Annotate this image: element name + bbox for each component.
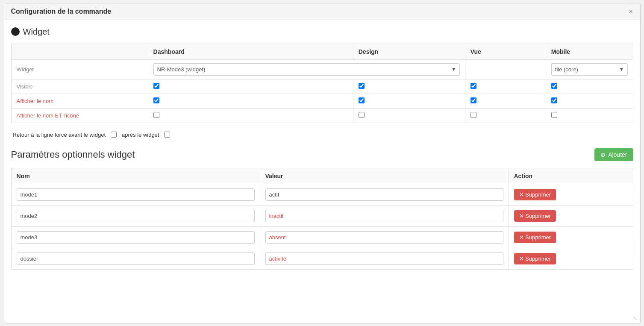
table-row: ✕ Supprimer [11, 226, 633, 248]
param-valeur-input[interactable] [265, 188, 503, 201]
params-table: Nom Valeur Action ✕ Supprimer ✕ Supprime… [11, 168, 633, 270]
afficher-icone-design-checkbox[interactable] [359, 112, 365, 118]
param-nom-input[interactable] [17, 231, 255, 244]
optional-section-title: Paramètres optionnels widget [11, 149, 135, 160]
resize-handle-icon[interactable]: ⤡ [633, 316, 638, 321]
col-header-vue: Vue [465, 44, 546, 59]
afficher-icone-vue-cell [465, 108, 546, 123]
widget-section-title: Widget [11, 27, 633, 37]
modal-title: Configuration de la commande [11, 8, 112, 15]
widget-vue-cell [465, 59, 546, 79]
param-nom-input[interactable] [17, 210, 255, 222]
table-row: ✕ Supprimer [11, 248, 633, 269]
force-line-section: Retour à la ligne forcé avant le widget … [11, 132, 633, 138]
table-row: Widget NR-Mode3 (widget) ▼ [11, 59, 633, 79]
delete-param-button[interactable]: ✕ Supprimer [514, 210, 556, 222]
afficher-icone-dashboard-checkbox[interactable] [153, 112, 159, 118]
col-header-mobile: Mobile [546, 44, 633, 59]
col-header-design: Design [353, 44, 465, 59]
afficher-nom-dashboard-cell [148, 94, 353, 108]
param-valeur-input[interactable] [265, 253, 503, 265]
add-label: Ajouter [608, 151, 627, 158]
visible-mobile-checkbox[interactable] [551, 83, 557, 89]
afficher-icone-design-cell [353, 108, 465, 123]
param-valeur-cell [260, 248, 509, 269]
widget-dashboard-select-cell: NR-Mode3 (widget) ▼ [148, 59, 465, 79]
mobile-widget-select[interactable]: tile (core) [551, 63, 628, 76]
table-row: Visible [11, 79, 633, 94]
add-icon: ⊕ [600, 151, 606, 158]
param-nom-cell [11, 226, 260, 248]
visible-vue-cell [465, 79, 546, 94]
col-header-dashboard: Dashboard [148, 44, 353, 59]
param-valeur-input[interactable] [265, 210, 503, 222]
visible-design-checkbox[interactable] [359, 83, 365, 89]
row-label-visible: Visible [11, 79, 148, 94]
afficher-nom-mobile-cell [546, 94, 633, 108]
param-nom-cell [11, 205, 260, 226]
delete-param-button[interactable]: ✕ Supprimer [514, 189, 556, 200]
col-action: Action [509, 168, 633, 184]
force-after-checkbox[interactable] [164, 132, 170, 138]
visible-dashboard-checkbox[interactable] [153, 83, 159, 89]
param-action-cell: ✕ Supprimer [509, 226, 633, 248]
param-nom-cell [11, 248, 260, 269]
modal-container: Configuration de la commande × Widget Da… [4, 3, 641, 323]
param-valeur-input[interactable] [265, 231, 503, 244]
modal-header: Configuration de la commande × [4, 3, 640, 20]
row-label-afficher-nom-icone: Afficher le nom ET l'icône [11, 108, 148, 123]
widget-mobile-select-cell: tile (core) ▼ [546, 59, 633, 79]
force-before-label: Retour à la ligne forcé avant le widget [13, 132, 106, 138]
force-before-checkbox[interactable] [111, 132, 117, 138]
afficher-nom-dashboard-checkbox[interactable] [153, 97, 159, 103]
col-header-empty [11, 44, 148, 59]
close-button[interactable]: × [629, 8, 633, 15]
add-param-button[interactable]: ⊕ Ajouter [594, 148, 633, 161]
afficher-nom-vue-checkbox[interactable] [471, 97, 476, 103]
param-valeur-cell [260, 205, 509, 226]
table-row: Afficher le nom ET l'icône [11, 108, 633, 123]
afficher-nom-mobile-checkbox[interactable] [551, 97, 557, 103]
visible-design-cell [353, 79, 465, 94]
optional-section-header: Paramètres optionnels widget ⊕ Ajouter [11, 148, 633, 161]
modal-body: Widget Dashboard Design Vue Mobile Widge… [4, 20, 640, 276]
afficher-icone-dashboard-cell [148, 108, 353, 123]
table-row: ✕ Supprimer [11, 205, 633, 226]
param-valeur-cell [260, 226, 509, 248]
widget-table: Dashboard Design Vue Mobile Widget NR-Mo… [11, 44, 633, 123]
visible-vue-checkbox[interactable] [471, 83, 476, 89]
afficher-icone-vue-checkbox[interactable] [471, 112, 476, 118]
row-label-widget: Widget [11, 59, 148, 79]
param-action-cell: ✕ Supprimer [509, 184, 633, 205]
row-label-afficher-nom: Afficher le nom [11, 94, 148, 108]
param-nom-input[interactable] [17, 188, 255, 201]
dashboard-select-wrap: NR-Mode3 (widget) ▼ [153, 63, 460, 76]
table-row: ✕ Supprimer [11, 184, 633, 205]
force-after-label: après le widget [122, 132, 159, 138]
param-action-cell: ✕ Supprimer [509, 205, 633, 226]
afficher-icone-mobile-cell [546, 108, 633, 123]
afficher-nom-design-cell [353, 94, 465, 108]
param-nom-cell [11, 184, 260, 205]
widget-icon [11, 27, 20, 36]
dashboard-widget-select[interactable]: NR-Mode3 (widget) [153, 63, 460, 76]
delete-param-button[interactable]: ✕ Supprimer [514, 253, 556, 264]
col-nom: Nom [11, 168, 260, 184]
visible-dashboard-cell [148, 79, 353, 94]
afficher-nom-vue-cell [465, 94, 546, 108]
delete-param-button[interactable]: ✕ Supprimer [514, 232, 556, 243]
param-nom-input[interactable] [17, 253, 255, 265]
param-action-cell: ✕ Supprimer [509, 248, 633, 269]
afficher-nom-design-checkbox[interactable] [359, 97, 365, 103]
visible-mobile-cell [546, 79, 633, 94]
col-valeur: Valeur [260, 168, 509, 184]
mobile-select-wrap: tile (core) ▼ [551, 63, 628, 76]
param-valeur-cell [260, 184, 509, 205]
table-row: Afficher le nom [11, 94, 633, 108]
afficher-icone-mobile-checkbox[interactable] [551, 112, 557, 118]
